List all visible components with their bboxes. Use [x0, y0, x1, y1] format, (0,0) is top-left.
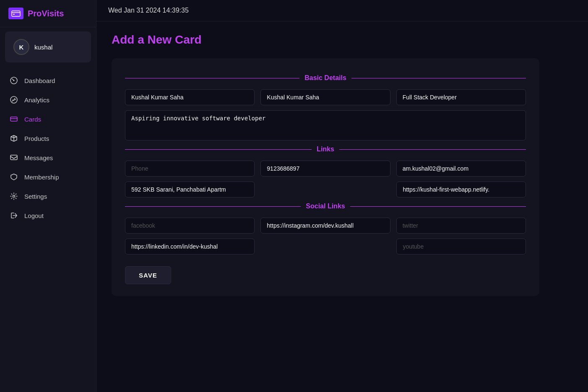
mobile-input[interactable]	[260, 161, 390, 177]
save-button[interactable]: SAVE	[125, 266, 171, 284]
logout-icon	[9, 211, 18, 220]
last-name-input[interactable]	[260, 89, 390, 105]
svg-point-7	[13, 195, 15, 197]
divider-line-left	[125, 78, 299, 78]
svg-rect-1	[13, 14, 15, 15]
products-label: Products	[24, 135, 49, 142]
links-title: Links	[317, 145, 334, 153]
membership-icon	[9, 172, 18, 182]
links-row1	[125, 161, 526, 177]
sidebar-item-products[interactable]: Products	[0, 129, 96, 148]
links-row2	[125, 182, 526, 197]
links-divider-line-right	[339, 149, 526, 150]
username: kushal	[34, 44, 52, 51]
settings-label: Settings	[24, 193, 47, 200]
social-divider-line-right	[350, 206, 526, 207]
sidebar-item-logout[interactable]: Logout	[0, 206, 96, 225]
dashboard-icon	[9, 76, 18, 85]
app-name: ProVisits	[28, 9, 64, 18]
basic-details-row1	[125, 89, 526, 105]
svg-rect-6	[10, 155, 17, 160]
social-divider-line-left	[125, 206, 301, 207]
sidebar-item-analytics[interactable]: Analytics	[0, 90, 96, 109]
instagram-input[interactable]	[260, 218, 390, 234]
phone-input[interactable]	[125, 161, 255, 177]
social-links-divider: Social Links	[125, 202, 526, 210]
sidebar-item-membership[interactable]: Membership	[0, 167, 96, 187]
sidebar-item-dashboard[interactable]: Dashboard	[0, 71, 96, 90]
address-input[interactable]	[125, 182, 255, 197]
settings-icon	[9, 192, 18, 201]
sidebar-item-cards[interactable]: Cards	[0, 109, 96, 129]
datetime: Wed Jan 31 2024 14:39:35	[108, 7, 189, 14]
social-links-title: Social Links	[306, 202, 345, 210]
analytics-icon	[9, 95, 18, 104]
basic-details-title: Basic Details	[304, 74, 346, 82]
cards-icon	[9, 114, 18, 124]
facebook-input[interactable]	[125, 218, 255, 234]
form-card: Basic Details Aspiring innovative softwa…	[112, 58, 539, 296]
logo-area: ProVisits	[0, 0, 96, 27]
sidebar-item-messages[interactable]: Messages	[0, 148, 96, 167]
svg-point-3	[13, 80, 15, 81]
page-title: Add a New Card	[112, 33, 573, 47]
links-divider-line-left	[125, 149, 312, 150]
main-content: Wed Jan 31 2024 14:39:35 Add a New Card …	[96, 0, 588, 392]
website-input[interactable]	[396, 182, 526, 197]
divider-line-right	[351, 78, 526, 78]
logout-label: Logout	[24, 212, 44, 219]
basic-details-row2: Aspiring innovative software developer	[125, 110, 526, 140]
email-input[interactable]	[396, 161, 526, 177]
topbar: Wed Jan 31 2024 14:39:35	[96, 0, 588, 21]
bio-input[interactable]: Aspiring innovative software developer	[125, 110, 526, 140]
role-input[interactable]	[396, 89, 526, 105]
social-row2	[125, 239, 526, 254]
twitter-input[interactable]	[396, 218, 526, 234]
dashboard-label: Dashboard	[24, 77, 55, 84]
messages-icon	[9, 153, 18, 162]
messages-label: Messages	[24, 154, 53, 161]
sidebar: ProVisits K kushal Dashboard	[0, 0, 96, 392]
social-row1	[125, 218, 526, 234]
cards-label: Cards	[24, 116, 41, 123]
first-name-input[interactable]	[125, 89, 255, 105]
logo-icon	[8, 8, 23, 19]
svg-rect-0	[12, 11, 20, 16]
youtube-input[interactable]	[396, 239, 526, 254]
products-icon	[9, 134, 18, 143]
membership-label: Membership	[24, 174, 59, 181]
linkedin-input[interactable]	[125, 239, 255, 254]
links-divider: Links	[125, 145, 526, 153]
content-area: Add a New Card Basic Details Aspiring in…	[96, 21, 588, 308]
avatar: K	[13, 39, 29, 55]
nav-list: Dashboard Analytics Cards	[0, 67, 96, 392]
svg-rect-5	[10, 117, 17, 121]
analytics-label: Analytics	[24, 96, 49, 104]
sidebar-item-settings[interactable]: Settings	[0, 187, 96, 206]
user-section[interactable]: K kushal	[5, 31, 91, 62]
basic-details-divider: Basic Details	[125, 74, 526, 82]
